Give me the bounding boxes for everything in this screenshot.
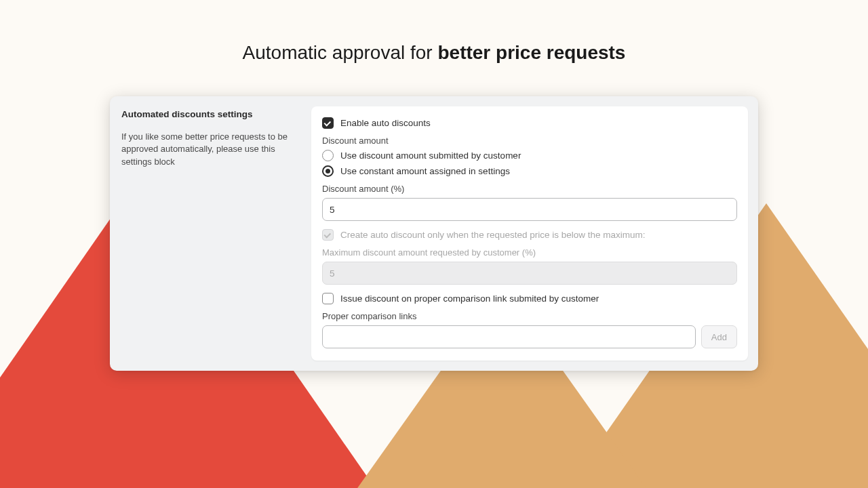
only-below-max-label: Create auto discount only when the reque… — [340, 230, 646, 240]
add-button[interactable]: Add — [701, 325, 737, 348]
radio-customer-row[interactable]: Use discount amount submitted by custome… — [322, 150, 737, 161]
max-requested-input — [322, 262, 737, 285]
max-requested-label: Maximum discount amount requested by cus… — [322, 247, 737, 258]
sidebar-heading: Automated discounts settings — [121, 108, 296, 121]
issue-on-link-label: Issue discount on proper comparison link… — [340, 293, 599, 304]
settings-panel: Enable auto discounts Discount amount Us… — [311, 106, 748, 361]
discount-amount-input[interactable] — [322, 198, 737, 221]
proper-links-label: Proper comparison links — [322, 311, 737, 321]
settings-sidebar: Automated discounts settings If you like… — [120, 106, 300, 361]
radio-customer[interactable] — [322, 150, 334, 161]
enable-auto-discounts-row[interactable]: Enable auto discounts — [322, 117, 737, 129]
settings-card: Automated discounts settings If you like… — [110, 96, 758, 371]
page-title-bold: better price requests — [437, 42, 625, 63]
issue-on-link-row[interactable]: Issue discount on proper comparison link… — [322, 293, 737, 304]
enable-auto-discounts-checkbox[interactable] — [322, 117, 334, 129]
radio-customer-label: Use discount amount submitted by custome… — [340, 150, 521, 161]
only-below-max-row: Create auto discount only when the reque… — [322, 229, 737, 241]
sidebar-description: If you like some better price requests t… — [121, 131, 296, 169]
issue-on-link-checkbox[interactable] — [322, 293, 334, 304]
radio-constant-row[interactable]: Use constant amount assigned in settings — [322, 165, 737, 177]
only-below-max-checkbox — [322, 229, 334, 241]
discount-amount-heading: Discount amount — [322, 136, 737, 146]
proper-links-row: Add — [322, 325, 737, 348]
enable-auto-discounts-label: Enable auto discounts — [340, 118, 431, 128]
discount-amount-pct-label: Discount amount (%) — [322, 184, 737, 194]
page-title-prefix: Automatic approval for — [243, 42, 438, 63]
page-title: Automatic approval for better price requ… — [0, 0, 868, 64]
radio-constant[interactable] — [322, 165, 334, 177]
radio-constant-label: Use constant amount assigned in settings — [340, 166, 510, 176]
proper-link-input[interactable] — [322, 325, 696, 348]
